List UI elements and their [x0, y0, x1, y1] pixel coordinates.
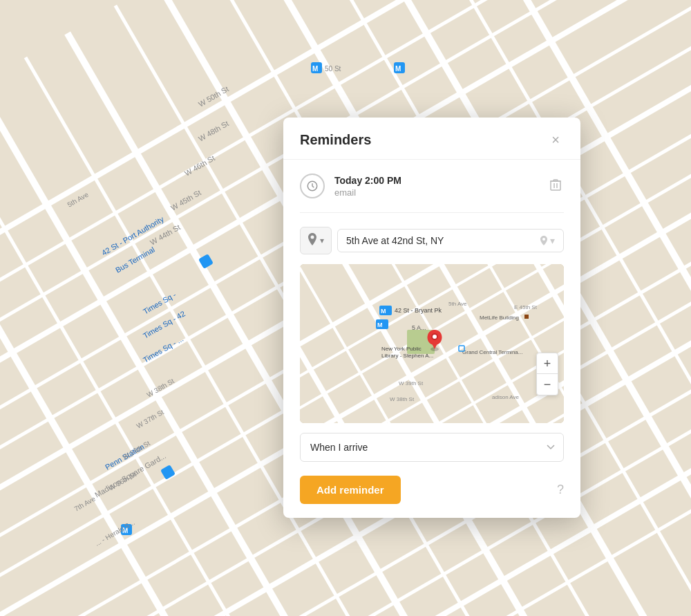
svg-text:Grand Central Termina...: Grand Central Termina...	[462, 349, 522, 355]
dialog-footer: Add reminder ?	[300, 476, 564, 504]
svg-text:5th Ave: 5th Ave	[448, 301, 467, 307]
svg-text:M: M	[395, 65, 401, 73]
close-button[interactable]: ×	[547, 131, 564, 148]
divider	[300, 212, 564, 213]
svg-text:New York Public: New York Public	[381, 346, 422, 352]
map-svg: M 42 St - Bryant Pk 5 A... M MetLife Bui…	[300, 264, 564, 423]
add-reminder-button[interactable]: Add reminder	[300, 476, 401, 504]
svg-point-102	[433, 335, 437, 339]
reminders-dialog: Reminders × Today 2:00 PM email	[283, 118, 580, 518]
location-pin-icon	[307, 233, 317, 248]
map-zoom-controls: + −	[536, 353, 558, 395]
delete-reminder-button[interactable]	[547, 176, 564, 196]
when-select[interactable]: When I arrive When I leave	[300, 433, 564, 462]
svg-text:50 St: 50 St	[325, 65, 341, 73]
location-row: ▾ ▾	[300, 227, 564, 254]
svg-text:W 38th St: W 38th St	[390, 396, 415, 402]
svg-text:M: M	[381, 308, 386, 315]
svg-text:M: M	[377, 321, 383, 328]
location-dropdown-chevron: ▾	[550, 235, 555, 246]
dialog-title: Reminders	[300, 132, 371, 148]
svg-text:adison Ave: adison Ave	[492, 394, 520, 400]
svg-rect-60	[551, 181, 560, 190]
location-pin-small-icon	[540, 236, 547, 245]
svg-text:M: M	[312, 65, 318, 73]
dialog-body: Today 2:00 PM email	[283, 160, 580, 518]
svg-text:Library - Stephen A...: Library - Stephen A...	[381, 353, 433, 359]
location-type-chevron-icon: ▾	[320, 236, 324, 245]
reminder-type: email	[334, 187, 547, 198]
zoom-in-button[interactable]: +	[537, 353, 558, 374]
reminder-item: Today 2:00 PM email	[300, 174, 564, 198]
svg-text:E 45th St: E 45th St	[514, 304, 538, 310]
location-input[interactable]	[346, 235, 536, 246]
svg-rect-92	[524, 315, 529, 319]
reminder-info: Today 2:00 PM email	[334, 175, 547, 198]
embedded-map[interactable]: M 42 St - Bryant Pk 5 A... M MetLife Bui…	[300, 264, 564, 423]
svg-text:MetLife Building: MetLife Building	[480, 315, 519, 321]
location-input-wrapper[interactable]: ▾	[337, 229, 564, 252]
reminder-time: Today 2:00 PM	[334, 175, 547, 186]
svg-text:W 39th St: W 39th St	[399, 380, 424, 386]
zoom-out-button[interactable]: −	[537, 374, 558, 395]
trash-icon	[550, 178, 561, 191]
svg-text:5 A...: 5 A...	[412, 324, 426, 331]
svg-text:42 St - Bryant Pk: 42 St - Bryant Pk	[395, 307, 442, 314]
clock-svg	[306, 180, 319, 192]
help-icon[interactable]: ?	[557, 483, 564, 497]
reminder-clock-icon	[300, 174, 325, 198]
pin-icon-svg	[307, 233, 317, 245]
dialog-header: Reminders ×	[283, 118, 580, 160]
location-type-selector[interactable]: ▾	[300, 227, 332, 254]
location-right-icons: ▾	[540, 235, 555, 246]
